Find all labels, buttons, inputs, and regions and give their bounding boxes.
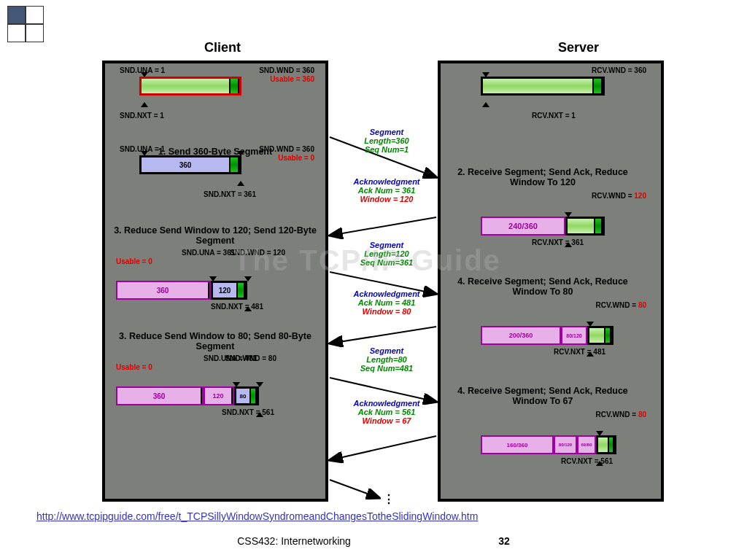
server-step-4: 4. Receive Segment; Send Ack, Reduce Win… [444, 384, 657, 470]
server-step-3: 4. Receive Segment; Send Ack, Reduce Win… [444, 275, 657, 361]
segment-msg-3: SegmentLength=80Seq Num=481 [336, 346, 438, 373]
client-step-3: 3. Reduce Send Window to 120; Send 120-B… [109, 224, 322, 316]
source-url[interactable]: http://www.tcpipguide.com/free/t_TCPSill… [36, 510, 478, 522]
footer: CSS432: Internetworking 32 [0, 535, 747, 547]
ellipsis: ⋮ [383, 492, 395, 506]
svg-line-4 [330, 327, 436, 343]
page-number: 32 [498, 535, 510, 547]
course-label: CSS432: Internetworking [237, 535, 351, 547]
snd-wnd-label: SND.WND = 360 [259, 66, 314, 74]
slide-decoration [7, 6, 51, 46]
snd-nxt-label: SND.NXT = 1 [120, 112, 164, 120]
server-title: Server [558, 40, 599, 55]
ack-msg-1: AcknowledgmentAck Num = 361Window = 120 [336, 177, 438, 203]
buffer-bar [444, 77, 657, 101]
diagram-area: Client Server SND.UNA = 1 SND.WND = 360 … [73, 40, 686, 507]
ack-msg-2: AcknowledgmentAck Num = 481Window = 80 [336, 289, 438, 316]
client-step-1: SND.UNA = 1 SND.WND = 360 Usable = 360 S… [109, 66, 322, 143]
message-arrows [328, 61, 438, 502]
svg-line-7 [330, 480, 379, 498]
svg-line-6 [330, 436, 436, 460]
buffer-bar: 360 120 [109, 281, 322, 306]
client-column: SND.UNA = 1 SND.WND = 360 Usable = 360 S… [102, 61, 328, 502]
segment-msg-2: SegmentLength=120Seq Num=361 [336, 241, 438, 267]
client-title: Client [204, 40, 241, 55]
client-step-2: SND.UNA = 1 SND.WND = 360 Usable = 0 360… [109, 145, 322, 214]
segment-msg-1: SegmentLength=360Seq Num=1 [336, 128, 438, 154]
buffer-bar: 360 120 80 [109, 386, 322, 411]
server-step-1: RCV.WND = 360 RCV.NXT = 1 [444, 66, 657, 112]
svg-line-2 [330, 217, 436, 236]
server-column: RCV.WND = 360 RCV.NXT = 1 2. Receive Seg… [438, 61, 664, 502]
buffer-bar: 360 [109, 155, 322, 180]
buffer-bar: 240/360 [444, 217, 657, 241]
ack-msg-3: AcknowledgmentAck Num = 561Window = 67 [336, 399, 438, 425]
buffer-bar [109, 77, 322, 101]
buffer-bar: 160/360 80/120 60/80 [444, 435, 657, 460]
buffer-bar: 200/360 80/120 [444, 326, 657, 351]
client-step-4: 3. Reduce Send Window to 80; Send 80-Byt… [109, 330, 322, 421]
server-step-2: 2. Receive Segment; Send Ack, Reduce Win… [444, 166, 657, 252]
